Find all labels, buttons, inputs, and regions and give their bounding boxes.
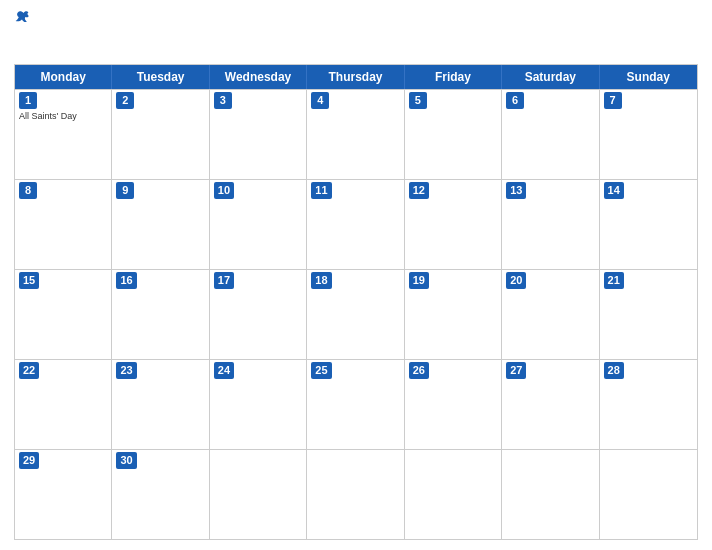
header <box>14 10 698 58</box>
weekday-header-monday: Monday <box>15 65 112 89</box>
calendar-week-3: 15161718192021 <box>15 269 697 359</box>
calendar-cell-27: 27 <box>502 360 599 449</box>
calendar-cell-25: 25 <box>307 360 404 449</box>
logo-blue-text <box>14 10 32 24</box>
weekday-header-tuesday: Tuesday <box>112 65 209 89</box>
day-number: 5 <box>409 92 427 109</box>
calendar-cell-14: 14 <box>600 180 697 269</box>
calendar-cell-29: 29 <box>15 450 112 539</box>
calendar-week-1: 1All Saints' Day234567 <box>15 89 697 179</box>
day-number: 11 <box>311 182 331 199</box>
day-number: 30 <box>116 452 136 469</box>
logo <box>14 10 32 24</box>
calendar-cell-12: 12 <box>405 180 502 269</box>
calendar-body: 1All Saints' Day234567891011121314151617… <box>15 89 697 539</box>
day-number: 27 <box>506 362 526 379</box>
calendar-cell-empty-6 <box>600 450 697 539</box>
calendar-cell-22: 22 <box>15 360 112 449</box>
calendar-week-5: 2930 <box>15 449 697 539</box>
calendar-cell-7: 7 <box>600 90 697 179</box>
calendar-week-2: 891011121314 <box>15 179 697 269</box>
calendar-cell-9: 9 <box>112 180 209 269</box>
day-number: 12 <box>409 182 429 199</box>
day-number: 9 <box>116 182 134 199</box>
day-number: 15 <box>19 272 39 289</box>
day-number: 25 <box>311 362 331 379</box>
day-number: 7 <box>604 92 622 109</box>
day-number: 14 <box>604 182 624 199</box>
calendar-cell-3: 3 <box>210 90 307 179</box>
day-number: 23 <box>116 362 136 379</box>
calendar-cell-empty-4 <box>405 450 502 539</box>
day-number: 18 <box>311 272 331 289</box>
calendar-cell-16: 16 <box>112 270 209 359</box>
calendar-cell-17: 17 <box>210 270 307 359</box>
event-label: All Saints' Day <box>19 111 107 123</box>
calendar-week-4: 22232425262728 <box>15 359 697 449</box>
calendar-cell-13: 13 <box>502 180 599 269</box>
day-number: 1 <box>19 92 37 109</box>
calendar-cell-empty-2 <box>210 450 307 539</box>
day-number: 19 <box>409 272 429 289</box>
day-number: 20 <box>506 272 526 289</box>
calendar-cell-20: 20 <box>502 270 599 359</box>
calendar-cell-8: 8 <box>15 180 112 269</box>
weekday-header-friday: Friday <box>405 65 502 89</box>
day-number: 6 <box>506 92 524 109</box>
calendar-cell-11: 11 <box>307 180 404 269</box>
day-number: 3 <box>214 92 232 109</box>
calendar-cell-15: 15 <box>15 270 112 359</box>
day-number: 8 <box>19 182 37 199</box>
day-number: 17 <box>214 272 234 289</box>
calendar-cell-empty-3 <box>307 450 404 539</box>
day-number: 29 <box>19 452 39 469</box>
calendar-cell-23: 23 <box>112 360 209 449</box>
weekday-header-sunday: Sunday <box>600 65 697 89</box>
calendar-cell-empty-5 <box>502 450 599 539</box>
page: MondayTuesdayWednesdayThursdayFridaySatu… <box>0 0 712 550</box>
calendar-header-row: MondayTuesdayWednesdayThursdayFridaySatu… <box>15 65 697 89</box>
calendar-cell-19: 19 <box>405 270 502 359</box>
calendar: MondayTuesdayWednesdayThursdayFridaySatu… <box>14 64 698 540</box>
weekday-header-saturday: Saturday <box>502 65 599 89</box>
day-number: 22 <box>19 362 39 379</box>
calendar-cell-4: 4 <box>307 90 404 179</box>
day-number: 4 <box>311 92 329 109</box>
logo-bird-icon <box>14 10 30 24</box>
day-number: 16 <box>116 272 136 289</box>
day-number: 24 <box>214 362 234 379</box>
calendar-cell-1: 1All Saints' Day <box>15 90 112 179</box>
calendar-cell-10: 10 <box>210 180 307 269</box>
calendar-cell-28: 28 <box>600 360 697 449</box>
calendar-cell-2: 2 <box>112 90 209 179</box>
calendar-cell-30: 30 <box>112 450 209 539</box>
day-number: 2 <box>116 92 134 109</box>
weekday-header-thursday: Thursday <box>307 65 404 89</box>
day-number: 10 <box>214 182 234 199</box>
calendar-cell-26: 26 <box>405 360 502 449</box>
day-number: 28 <box>604 362 624 379</box>
calendar-cell-21: 21 <box>600 270 697 359</box>
day-number: 13 <box>506 182 526 199</box>
weekday-header-wednesday: Wednesday <box>210 65 307 89</box>
day-number: 21 <box>604 272 624 289</box>
calendar-cell-5: 5 <box>405 90 502 179</box>
calendar-cell-6: 6 <box>502 90 599 179</box>
calendar-cell-24: 24 <box>210 360 307 449</box>
calendar-cell-18: 18 <box>307 270 404 359</box>
day-number: 26 <box>409 362 429 379</box>
